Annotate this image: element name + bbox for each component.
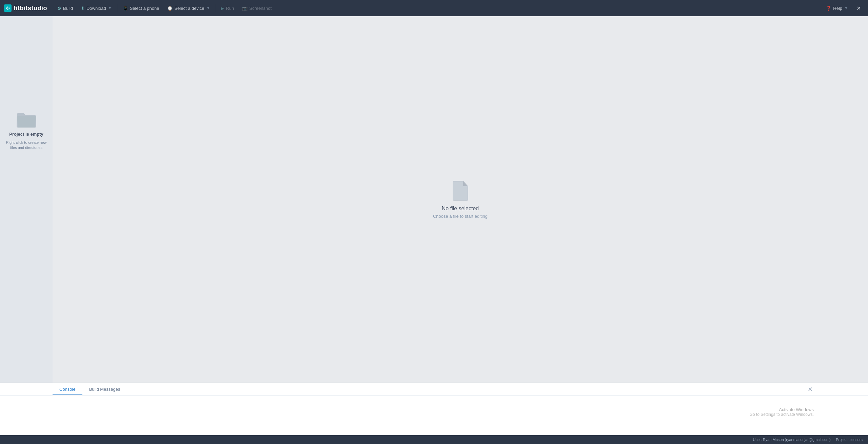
navbar-left: fitbitstudio ⚙ Build ⬇ Download ▼ 📱 Sele…	[4, 3, 275, 14]
svg-point-1	[6, 7, 7, 9]
download-dropdown-arrow: ▼	[108, 6, 112, 10]
bottom-panel: Console Build Messages ✕	[0, 383, 868, 435]
help-label: Help	[833, 6, 842, 11]
status-user-text: User: Ryan Mason (ryanmasonjar@gmail.com…	[753, 438, 830, 442]
bottom-panel-content	[0, 396, 868, 435]
bottom-tabs-left: Console Build Messages	[53, 384, 127, 395]
no-file-icon	[452, 180, 469, 201]
svg-rect-0	[4, 4, 12, 12]
svg-point-3	[7, 8, 8, 10]
status-bar-text: User: Ryan Mason (ryanmasonjar@gmail.com…	[753, 438, 863, 442]
folder-icon	[16, 111, 37, 128]
build-label: Build	[63, 6, 73, 11]
select-device-label: Select a device	[174, 6, 204, 11]
select-phone-label: Select a phone	[130, 6, 159, 11]
nav-separator-2	[215, 4, 215, 12]
svg-point-2	[7, 6, 8, 8]
close-label: ✕	[856, 5, 861, 12]
tab-build-messages[interactable]: Build Messages	[82, 384, 127, 395]
svg-point-4	[8, 7, 10, 9]
status-bar: User: Ryan Mason (ryanmasonjar@gmail.com…	[0, 435, 868, 444]
help-icon: ❓	[826, 6, 831, 11]
close-button[interactable]: ✕	[853, 3, 864, 14]
sidebar-empty-subtitle: Right-click to create new files and dire…	[6, 140, 47, 151]
no-file-subtitle: Choose a file to start editing	[433, 214, 488, 219]
download-icon: ⬇	[81, 6, 85, 11]
navbar-right: ❓ Help ▼ ✕	[823, 3, 864, 14]
build-icon: ⚙	[57, 6, 61, 11]
logo-text: fitbitstudio	[14, 5, 47, 12]
sidebar: Project is empty Right-click to create n…	[0, 16, 53, 383]
bottom-panel-close-button[interactable]: ✕	[805, 386, 815, 393]
build-button[interactable]: ⚙ Build	[54, 3, 76, 14]
build-messages-tab-label: Build Messages	[89, 387, 120, 392]
fitbit-logo-icon	[4, 4, 12, 12]
screenshot-label: Screenshot	[249, 6, 272, 11]
device-dropdown-arrow: ▼	[207, 6, 210, 10]
download-label: Download	[86, 6, 106, 11]
help-dropdown-arrow: ▼	[845, 6, 848, 10]
bottom-tabs: Console Build Messages ✕	[0, 383, 868, 396]
logo: fitbitstudio	[4, 4, 47, 12]
screenshot-button[interactable]: 📷 Screenshot	[239, 3, 275, 14]
status-project-text: Project: sensors	[836, 438, 863, 442]
select-phone-button[interactable]: 📱 Select a phone	[119, 3, 163, 14]
tab-console[interactable]: Console	[53, 384, 82, 395]
help-button[interactable]: ❓ Help ▼	[823, 4, 850, 13]
run-button[interactable]: ▶ Run	[217, 3, 237, 14]
run-label: Run	[226, 6, 234, 11]
run-icon: ▶	[221, 6, 224, 11]
device-icon: ⌚	[167, 6, 173, 11]
select-device-button[interactable]: ⌚ Select a device ▼	[164, 3, 213, 14]
console-tab-label: Console	[59, 387, 76, 392]
navbar: fitbitstudio ⚙ Build ⬇ Download ▼ 📱 Sele…	[0, 0, 868, 16]
main-area: Project is empty Right-click to create n…	[0, 16, 868, 383]
sidebar-empty-state: Project is empty Right-click to create n…	[6, 111, 47, 151]
nav-separator-1	[117, 4, 117, 12]
sidebar-empty-title: Project is empty	[9, 132, 43, 137]
screenshot-icon: 📷	[242, 6, 248, 11]
editor-area: No file selected Choose a file to start …	[53, 16, 868, 383]
phone-icon: 📱	[123, 6, 128, 11]
download-button[interactable]: ⬇ Download ▼	[78, 3, 115, 14]
no-file-title: No file selected	[442, 206, 479, 212]
